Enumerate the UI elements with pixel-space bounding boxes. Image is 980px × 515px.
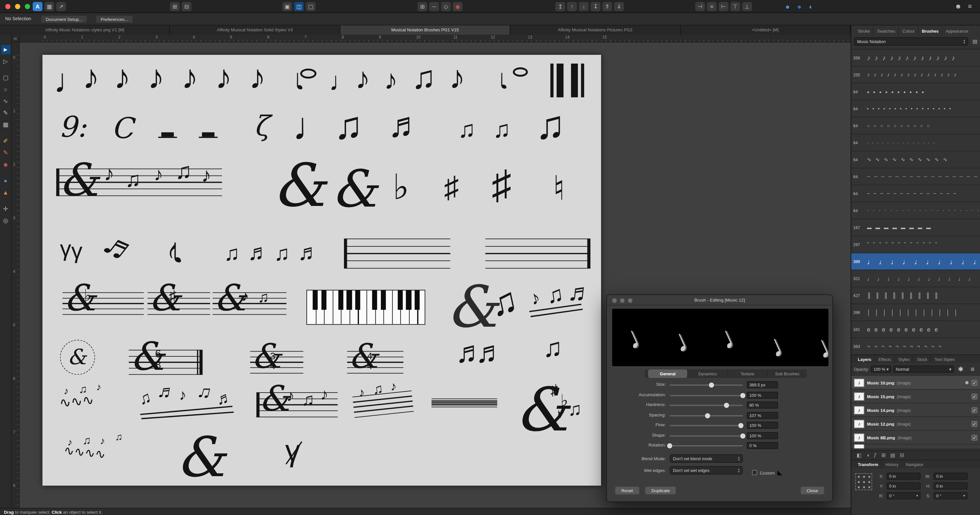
align-top-icon[interactable]: ⊤ (730, 2, 740, 11)
studio-tab-colour[interactable]: Colour (898, 27, 918, 35)
brush-item[interactable]: 255♪ ♪ ♪ ♪ ♪ ♪ ♪ ♪ ♪ ♪ ♪ ♪ ♪ ♪ (851, 67, 980, 84)
dialog-tab-sub-brushes[interactable]: Sub Brushes (767, 369, 807, 378)
zoom-button[interactable] (25, 4, 30, 9)
x-field[interactable]: 0 in (886, 472, 921, 480)
grid-app-icon[interactable]: ▦ (45, 2, 54, 11)
dialog-close-button[interactable] (612, 298, 617, 303)
gradient-icon[interactable]: ◐ (806, 2, 816, 11)
delete-layer-icon[interactable]: ⊟ (900, 452, 904, 458)
studio-tab-appearance[interactable]: Appearance (942, 27, 972, 35)
swatch-icon[interactable]: ● (794, 2, 804, 11)
panel-menu-icon[interactable]: ≡ (967, 364, 977, 374)
hand-tool[interactable]: ✛ (1, 204, 10, 214)
panel-tab-history[interactable]: History (882, 460, 902, 468)
rectangle-marquee-tool[interactable]: ▢ (1, 73, 10, 82)
close-button[interactable] (5, 4, 10, 9)
layer-settings-icon[interactable]: ✱ (965, 380, 969, 385)
layer-visibility-checkbox[interactable]: ✓ (972, 407, 977, 413)
brush-item[interactable]: 64● ● ● ● ● ● ● ● ● ● (851, 84, 980, 100)
vertical-ruler[interactable]: 012345678 (12, 43, 20, 508)
brush-item[interactable]: 167▬ ▬ ▬ ▬ ▬ ▬ ▬ ▬ (851, 219, 980, 236)
brush-item[interactable]: 64◦ ◦ ◦ ◦ ◦ ◦ ◦ ◦ ◦ ◦ ◦ ◦ ◦ ◦ (851, 135, 980, 151)
layers-tab-stock[interactable]: Stock (913, 355, 931, 363)
wet-edges-dropdown[interactable]: Don't set wet edges▴▾ (670, 466, 743, 475)
view-pixel-icon[interactable]: ▢ (306, 2, 315, 11)
hardness-value-field[interactable]: 80 % (747, 401, 778, 409)
move-to-front-icon[interactable]: ↥ (555, 2, 565, 11)
lasso-tool[interactable]: ∿ (1, 97, 10, 106)
align-center-icon[interactable]: ≡ (707, 2, 717, 11)
doc-tab-musical-notation-brushes-pg1-v15[interactable]: Musical Notation Brushes PG1 V15 (340, 25, 511, 35)
layer-row-partial[interactable] (851, 445, 980, 449)
panel-tab-transform[interactable]: Transform (854, 460, 882, 468)
panel-tab-navigator[interactable]: Navigator (902, 460, 927, 468)
accumulation-value-field[interactable]: 100 % (747, 391, 778, 398)
paint-brush-tool[interactable]: ✐ (1, 136, 10, 146)
wand-icon[interactable]: ↗ (56, 2, 66, 11)
layers-tab-text-styles[interactable]: Text Styles (931, 355, 958, 363)
layer-row[interactable]: ♪Music 15.png(Image)✓ (851, 390, 980, 403)
brush-item[interactable]: 64· · · · · · · · · · · · · · · · · · · … (851, 202, 980, 219)
brush-item[interactable]: 341e e e e e e e e e e (851, 321, 980, 338)
move-to-back-icon[interactable]: ↧ (590, 2, 600, 11)
layer-visibility-checkbox[interactable]: ✓ (972, 393, 977, 399)
brush-item[interactable]: 64─ ─ ─ ─ ─ ─ ─ ─ ─ ─ ─ ─ ─ ─ ─ ─ ─ ─ (851, 168, 980, 185)
flow-value-field[interactable]: 100 % (747, 422, 778, 429)
layer-row[interactable]: ♪Music 8B.png(Image)✓ (851, 431, 980, 445)
view-split-icon[interactable]: ◫ (294, 2, 304, 11)
snap-candidates-icon[interactable]: ◇ (441, 2, 451, 11)
h-field[interactable]: 0 in (934, 482, 967, 490)
brush-item[interactable]: 389♩ ♩ ♩ ♩ ♩ ♩ ♩ ♩ ♩ ♩ (851, 253, 980, 270)
flow-slider-knob[interactable] (738, 423, 743, 428)
group-icon[interactable]: ⇑ (602, 2, 612, 11)
shape-tool[interactable]: ▲ (1, 188, 10, 197)
spacing-value-field[interactable]: 107 % (747, 412, 778, 419)
dialog-tab-general[interactable]: General (648, 369, 687, 378)
horizontal-ruler[interactable]: 0123456789101112131415 (20, 35, 851, 43)
selection-brush-tool[interactable]: ✎ (1, 108, 10, 117)
brush-category-select[interactable]: Music Notation ▴▾ (854, 37, 968, 46)
dialog-zoom-button[interactable] (628, 298, 632, 303)
snap-guides-icon[interactable]: ─ (429, 2, 439, 11)
brush-item[interactable]: 64∿ ∿ ∿ ∿ ∿ ∿ ∿ ∿ ∿ ∿ (851, 151, 980, 168)
doc-tab-affinity-musical-notations-pictures-pg2[interactable]: Affinity Musical Notations Pictures PG2 (510, 25, 681, 35)
minimize-button[interactable] (15, 4, 20, 9)
layers-tab-styles[interactable]: Styles (894, 355, 913, 363)
ellipse-marquee-tool[interactable]: ○ (1, 85, 10, 94)
menu-icon[interactable]: ≡ (965, 2, 975, 11)
layers-tab-layers[interactable]: Layers (854, 355, 875, 363)
layer-visibility-checkbox[interactable]: ✓ (972, 380, 977, 385)
panel-options-icon[interactable]: ▤ (972, 38, 977, 44)
flow-slider[interactable] (670, 425, 743, 426)
colour-wheel-icon[interactable]: ● (783, 2, 792, 11)
brush-item[interactable]: 64• • • • • • • • • • • • • • • • (851, 100, 980, 117)
layer-visibility-checkbox[interactable]: ✓ (972, 434, 977, 440)
doc-tab-affinity-musical-notation-solid-styles-v3[interactable]: Affinity Musical Notation Solid Styles V… (170, 25, 340, 35)
hardness-slider[interactable] (670, 405, 743, 406)
layers-tab-effects[interactable]: Effects (875, 355, 894, 363)
rotation-slider-knob[interactable] (667, 443, 672, 448)
view-vector-icon[interactable]: ▣ (282, 2, 292, 11)
layer-visibility-checkbox[interactable]: ✓ (972, 421, 977, 426)
pencil-tool[interactable]: ✎ (1, 148, 10, 157)
brush-item[interactable]: 321♩ ♩ ♩ ♩ ♩ ♩ ♩ ♩ ♩ ♩ ♩ (851, 270, 980, 287)
move-backward-icon[interactable]: ↓ (579, 2, 589, 11)
studio-tab-brushes[interactable]: Brushes (918, 27, 942, 35)
rotation-field[interactable]: 0 °▾ (886, 492, 921, 499)
node-tool[interactable]: ▷ (1, 57, 10, 66)
layer-row[interactable]: ♪Music 10.png(Image)✱✓ (851, 376, 980, 390)
add-mask-icon[interactable]: ◧ (856, 452, 861, 458)
zoom-tool[interactable]: ◎ (1, 216, 10, 225)
size-slider-knob[interactable] (709, 382, 714, 388)
opacity-value[interactable]: 100 %▾ (871, 366, 891, 373)
snap-grid-icon[interactable]: ⊞ (417, 2, 427, 11)
size-value-field[interactable]: 389.5 px (747, 381, 778, 388)
rotation-value-field[interactable]: 0 % (747, 442, 778, 449)
ruler-unit[interactable]: in (12, 35, 20, 43)
brush-item[interactable]: 427║ ║ ║ ║ ║ ║ ║ ║ ║ (851, 287, 980, 304)
fill-tool[interactable]: ◆ (1, 160, 10, 169)
insert-behind-icon[interactable]: ⊞ (170, 2, 180, 11)
layer-row[interactable]: ♪Music 14.png(Image)✓ (851, 403, 980, 417)
custom-checkbox[interactable] (752, 470, 757, 475)
move-tool[interactable]: ► (1, 45, 10, 54)
